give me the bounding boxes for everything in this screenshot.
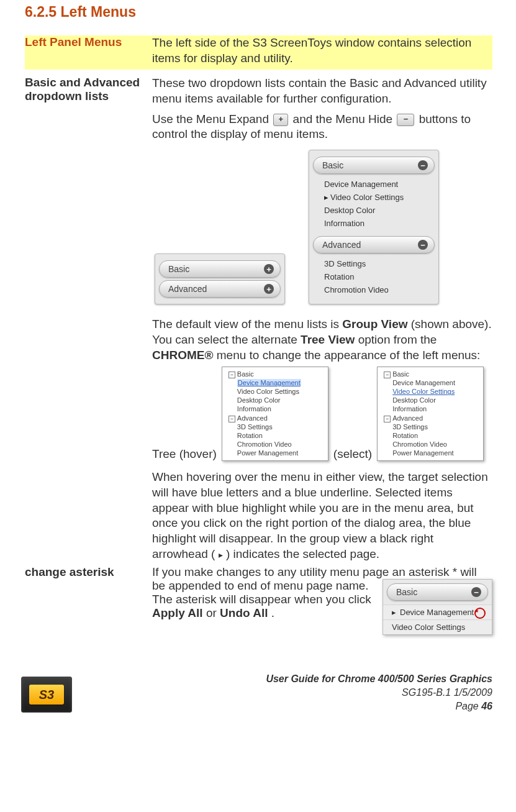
pill-label: Advanced [322,240,361,250]
pill-basic-asterisk[interactable]: Basic − [387,583,488,601]
txt: . [271,606,274,619]
item-label: Device Management [324,180,398,189]
tree-item[interactable]: Device Management [392,378,481,387]
dropdowns-intro: These two dropdown lists contain the Bas… [152,76,492,106]
plus-icon: + [264,264,274,274]
tree-item[interactable]: Desktop Color [392,396,481,404]
item-label: Information [324,219,364,228]
row-change-asterisk: change asterisk If you make changes to a… [25,565,492,635]
tree-item[interactable]: Rotation [237,431,325,440]
caret-icon: ▸ [324,193,330,202]
minus-icon: − [471,587,481,597]
caption-tree-hover: Tree (hover) [152,447,217,461]
tree-node[interactable]: Advanced [392,414,423,422]
txt-bold: Undo All [220,606,268,619]
txt: menu to change the appearance of the lef… [217,349,481,362]
item-label: Rotation [324,272,354,281]
list-item[interactable]: Desktop Color [322,204,435,217]
txt: ) indicates the selected page. [226,547,379,560]
tree-toggle-icon[interactable]: − [384,372,391,378]
pill-label: Basic [168,264,189,274]
tree-toggle-icon[interactable]: − [384,416,391,422]
body-left-panel-menus: The left side of the S3 ScreenToys windo… [152,35,492,66]
list-item[interactable]: 3D Settings [322,257,435,270]
list-item[interactable]: Device Management [322,178,435,191]
tree-item[interactable]: Desktop Color [237,396,325,404]
s3-logo-text: S3 [29,685,64,705]
asterisk-line1: If you make changes to any utility menu … [152,565,409,578]
pill-advanced-collapsed[interactable]: Advanced + [159,280,281,298]
txt: or [206,606,220,619]
minus-icon: − [418,240,428,250]
page-number: 46 [481,701,492,711]
tree-node[interactable]: Basic [237,370,254,378]
tree-node[interactable]: Advanced [237,414,268,422]
tree-item[interactable]: Power Management [392,449,481,457]
tree-node[interactable]: Basic [392,370,409,378]
tree-item[interactable]: Power Management [237,449,325,457]
page-footer: S3 User Guide for Chrome 400/500 Series … [0,672,516,724]
tree-toggle-icon[interactable]: − [229,416,235,422]
tree-item[interactable]: Information [237,404,325,413]
item-label: Device Management [237,379,301,386]
basic-items-list: Device Management ▸Video Color Settings … [313,176,435,234]
tree-select-box: −Basic Device Management Video Color Set… [377,367,484,461]
pill-basic-expanded[interactable]: Basic − [313,157,435,174]
txt-bold: Apply All [152,606,203,619]
tree-hover-box: −Basic Device Management Video Color Set… [222,367,328,461]
item-label: Video Color Settings [392,623,465,632]
item-label: Device Management [400,608,474,617]
label-change-asterisk: change asterisk [25,565,152,635]
tree-item[interactable]: 3D Settings [392,422,481,431]
label-left-panel-menus: Left Panel Menus [25,35,152,70]
item-label: Video Color Settings [330,193,404,202]
plus-icon: + [264,284,274,294]
pill-label: Basic [322,160,343,170]
pill-label: Basic [396,587,417,597]
panel-collapsed: Basic + Advanced + [155,253,285,304]
tree-toggle-icon[interactable]: − [229,372,235,378]
pill-advanced-expanded[interactable]: Advanced − [313,236,435,253]
item-label: Desktop Color [324,206,375,215]
tree-item[interactable]: Chromotion Video [392,440,481,449]
row-dropdowns: Basic and Advanced dropdown lists These … [25,70,492,565]
label-dropdowns: Basic and Advanced dropdown lists [25,70,152,565]
arrowhead-icon: ▸ [219,550,223,560]
tree-item[interactable]: 3D Settings [237,422,325,431]
txt-bold: CHROME® [152,349,213,362]
red-circle-icon [474,608,486,619]
tree-item[interactable]: Information [392,404,481,413]
list-item[interactable]: Rotation [322,270,435,283]
list-item[interactable]: ▸Video Color Settings [322,191,435,204]
figure-group-view: Basic + Advanced + Basic − [152,146,492,308]
txt: and the Menu Hide [293,112,396,125]
tree-item[interactable]: Video Color Settings [237,387,325,396]
group-view-paragraph: The default view of the menu lists is Gr… [152,317,492,363]
tree-item[interactable]: Rotation [392,431,481,440]
txt: option from the [358,333,437,346]
txt: Use the Menu Expand [152,112,272,125]
menu-hide-icon: − [397,114,414,126]
txt-bold: Group View [342,317,407,331]
txt: The default view of the menu lists is [152,317,342,331]
list-item[interactable]: Video Color Settings [383,619,492,634]
caret-icon: ▸ [392,608,396,617]
tree-item[interactable]: Chromotion Video [237,440,325,449]
list-item[interactable]: Chromotion Video [322,283,435,296]
list-item-marked[interactable]: ▸ Device Management * [383,604,492,619]
pill-label: Advanced [168,284,207,294]
menu-expand-icon: + [273,114,288,126]
tree-item[interactable]: Video Color Settings [392,387,481,396]
tree-item[interactable]: Device Management [237,378,325,387]
caption-tree-select: (select) [333,447,372,461]
txt: Page [455,701,481,711]
pill-basic-collapsed[interactable]: Basic + [159,260,281,278]
item-label: Video Color Settings [392,388,455,395]
section-heading: 6.2.5 Left Menus [25,4,492,21]
txt-bold: Tree View [301,333,355,346]
hover-behavior-paragraph: When hovering over the menu in either vi… [152,470,492,562]
panel-expanded: Basic − Device Management ▸Video Color S… [309,150,439,304]
figure-tree-views: Tree (hover) −Basic Device Management Vi… [152,367,492,461]
list-item[interactable]: Information [322,217,435,230]
footer-doc-id: SG195-B.1 1/5/2009 [266,686,492,700]
